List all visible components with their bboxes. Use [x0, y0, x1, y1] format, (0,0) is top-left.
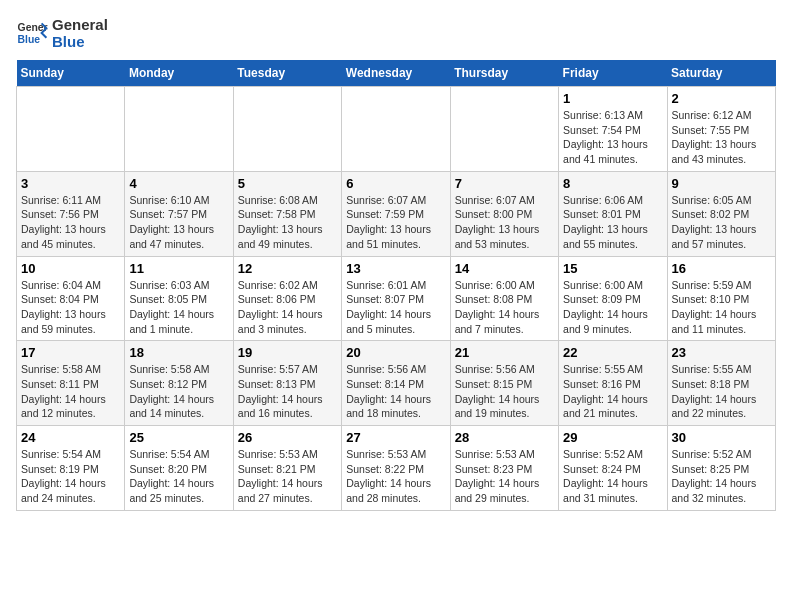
day-cell: 25Sunrise: 5:54 AM Sunset: 8:20 PM Dayli… [125, 426, 233, 511]
day-cell: 9Sunrise: 6:05 AM Sunset: 8:02 PM Daylig… [667, 171, 775, 256]
day-number: 6 [346, 176, 445, 191]
day-number: 2 [672, 91, 771, 106]
day-number: 21 [455, 345, 554, 360]
day-cell: 3Sunrise: 6:11 AM Sunset: 7:56 PM Daylig… [17, 171, 125, 256]
calendar-table: SundayMondayTuesdayWednesdayThursdayFrid… [16, 60, 776, 511]
day-cell: 29Sunrise: 5:52 AM Sunset: 8:24 PM Dayli… [559, 426, 667, 511]
day-cell: 30Sunrise: 5:52 AM Sunset: 8:25 PM Dayli… [667, 426, 775, 511]
day-info: Sunrise: 5:56 AM Sunset: 8:15 PM Dayligh… [455, 362, 554, 421]
day-cell: 24Sunrise: 5:54 AM Sunset: 8:19 PM Dayli… [17, 426, 125, 511]
week-row-3: 10Sunrise: 6:04 AM Sunset: 8:04 PM Dayli… [17, 256, 776, 341]
day-info: Sunrise: 5:54 AM Sunset: 8:20 PM Dayligh… [129, 447, 228, 506]
header-friday: Friday [559, 60, 667, 87]
day-number: 11 [129, 261, 228, 276]
day-cell: 22Sunrise: 5:55 AM Sunset: 8:16 PM Dayli… [559, 341, 667, 426]
day-info: Sunrise: 5:58 AM Sunset: 8:11 PM Dayligh… [21, 362, 120, 421]
day-number: 13 [346, 261, 445, 276]
day-info: Sunrise: 5:57 AM Sunset: 8:13 PM Dayligh… [238, 362, 337, 421]
day-cell: 14Sunrise: 6:00 AM Sunset: 8:08 PM Dayli… [450, 256, 558, 341]
week-row-1: 1Sunrise: 6:13 AM Sunset: 7:54 PM Daylig… [17, 87, 776, 172]
calendar-header-row: SundayMondayTuesdayWednesdayThursdayFrid… [17, 60, 776, 87]
day-number: 7 [455, 176, 554, 191]
day-cell: 21Sunrise: 5:56 AM Sunset: 8:15 PM Dayli… [450, 341, 558, 426]
day-info: Sunrise: 5:54 AM Sunset: 8:19 PM Dayligh… [21, 447, 120, 506]
day-number: 24 [21, 430, 120, 445]
day-cell: 13Sunrise: 6:01 AM Sunset: 8:07 PM Dayli… [342, 256, 450, 341]
header-sunday: Sunday [17, 60, 125, 87]
day-info: Sunrise: 6:05 AM Sunset: 8:02 PM Dayligh… [672, 193, 771, 252]
day-info: Sunrise: 5:55 AM Sunset: 8:16 PM Dayligh… [563, 362, 662, 421]
day-cell: 11Sunrise: 6:03 AM Sunset: 8:05 PM Dayli… [125, 256, 233, 341]
day-info: Sunrise: 5:59 AM Sunset: 8:10 PM Dayligh… [672, 278, 771, 337]
day-number: 3 [21, 176, 120, 191]
day-cell [17, 87, 125, 172]
day-cell [125, 87, 233, 172]
day-info: Sunrise: 6:04 AM Sunset: 8:04 PM Dayligh… [21, 278, 120, 337]
logo: General Blue General Blue [16, 16, 108, 50]
day-number: 18 [129, 345, 228, 360]
day-info: Sunrise: 6:03 AM Sunset: 8:05 PM Dayligh… [129, 278, 228, 337]
day-info: Sunrise: 6:06 AM Sunset: 8:01 PM Dayligh… [563, 193, 662, 252]
day-cell: 26Sunrise: 5:53 AM Sunset: 8:21 PM Dayli… [233, 426, 341, 511]
day-info: Sunrise: 6:11 AM Sunset: 7:56 PM Dayligh… [21, 193, 120, 252]
day-number: 16 [672, 261, 771, 276]
header-saturday: Saturday [667, 60, 775, 87]
header-tuesday: Tuesday [233, 60, 341, 87]
day-info: Sunrise: 5:53 AM Sunset: 8:21 PM Dayligh… [238, 447, 337, 506]
day-info: Sunrise: 5:53 AM Sunset: 8:22 PM Dayligh… [346, 447, 445, 506]
day-info: Sunrise: 6:00 AM Sunset: 8:08 PM Dayligh… [455, 278, 554, 337]
day-number: 15 [563, 261, 662, 276]
header-monday: Monday [125, 60, 233, 87]
day-cell: 15Sunrise: 6:00 AM Sunset: 8:09 PM Dayli… [559, 256, 667, 341]
day-cell [450, 87, 558, 172]
day-info: Sunrise: 6:00 AM Sunset: 8:09 PM Dayligh… [563, 278, 662, 337]
day-cell: 16Sunrise: 5:59 AM Sunset: 8:10 PM Dayli… [667, 256, 775, 341]
day-cell: 7Sunrise: 6:07 AM Sunset: 8:00 PM Daylig… [450, 171, 558, 256]
day-info: Sunrise: 6:10 AM Sunset: 7:57 PM Dayligh… [129, 193, 228, 252]
day-number: 25 [129, 430, 228, 445]
day-cell [342, 87, 450, 172]
day-info: Sunrise: 6:08 AM Sunset: 7:58 PM Dayligh… [238, 193, 337, 252]
day-info: Sunrise: 5:58 AM Sunset: 8:12 PM Dayligh… [129, 362, 228, 421]
day-cell: 2Sunrise: 6:12 AM Sunset: 7:55 PM Daylig… [667, 87, 775, 172]
day-info: Sunrise: 6:01 AM Sunset: 8:07 PM Dayligh… [346, 278, 445, 337]
day-number: 28 [455, 430, 554, 445]
day-cell: 5Sunrise: 6:08 AM Sunset: 7:58 PM Daylig… [233, 171, 341, 256]
week-row-5: 24Sunrise: 5:54 AM Sunset: 8:19 PM Dayli… [17, 426, 776, 511]
day-info: Sunrise: 5:55 AM Sunset: 8:18 PM Dayligh… [672, 362, 771, 421]
day-number: 22 [563, 345, 662, 360]
day-cell: 19Sunrise: 5:57 AM Sunset: 8:13 PM Dayli… [233, 341, 341, 426]
day-number: 20 [346, 345, 445, 360]
day-info: Sunrise: 6:12 AM Sunset: 7:55 PM Dayligh… [672, 108, 771, 167]
day-cell [233, 87, 341, 172]
day-cell: 8Sunrise: 6:06 AM Sunset: 8:01 PM Daylig… [559, 171, 667, 256]
header: General Blue General Blue [16, 16, 776, 50]
svg-text:Blue: Blue [18, 34, 41, 45]
day-number: 19 [238, 345, 337, 360]
day-cell: 10Sunrise: 6:04 AM Sunset: 8:04 PM Dayli… [17, 256, 125, 341]
day-number: 12 [238, 261, 337, 276]
day-number: 26 [238, 430, 337, 445]
day-cell: 28Sunrise: 5:53 AM Sunset: 8:23 PM Dayli… [450, 426, 558, 511]
day-cell: 17Sunrise: 5:58 AM Sunset: 8:11 PM Dayli… [17, 341, 125, 426]
day-cell: 12Sunrise: 6:02 AM Sunset: 8:06 PM Dayli… [233, 256, 341, 341]
day-number: 27 [346, 430, 445, 445]
day-cell: 18Sunrise: 5:58 AM Sunset: 8:12 PM Dayli… [125, 341, 233, 426]
day-number: 8 [563, 176, 662, 191]
day-cell: 20Sunrise: 5:56 AM Sunset: 8:14 PM Dayli… [342, 341, 450, 426]
day-cell: 23Sunrise: 5:55 AM Sunset: 8:18 PM Dayli… [667, 341, 775, 426]
day-cell: 4Sunrise: 6:10 AM Sunset: 7:57 PM Daylig… [125, 171, 233, 256]
week-row-4: 17Sunrise: 5:58 AM Sunset: 8:11 PM Dayli… [17, 341, 776, 426]
day-number: 4 [129, 176, 228, 191]
day-cell: 1Sunrise: 6:13 AM Sunset: 7:54 PM Daylig… [559, 87, 667, 172]
day-number: 30 [672, 430, 771, 445]
day-info: Sunrise: 5:52 AM Sunset: 8:25 PM Dayligh… [672, 447, 771, 506]
day-number: 14 [455, 261, 554, 276]
header-wednesday: Wednesday [342, 60, 450, 87]
day-number: 17 [21, 345, 120, 360]
header-thursday: Thursday [450, 60, 558, 87]
day-number: 1 [563, 91, 662, 106]
day-info: Sunrise: 5:52 AM Sunset: 8:24 PM Dayligh… [563, 447, 662, 506]
day-number: 29 [563, 430, 662, 445]
day-info: Sunrise: 5:53 AM Sunset: 8:23 PM Dayligh… [455, 447, 554, 506]
